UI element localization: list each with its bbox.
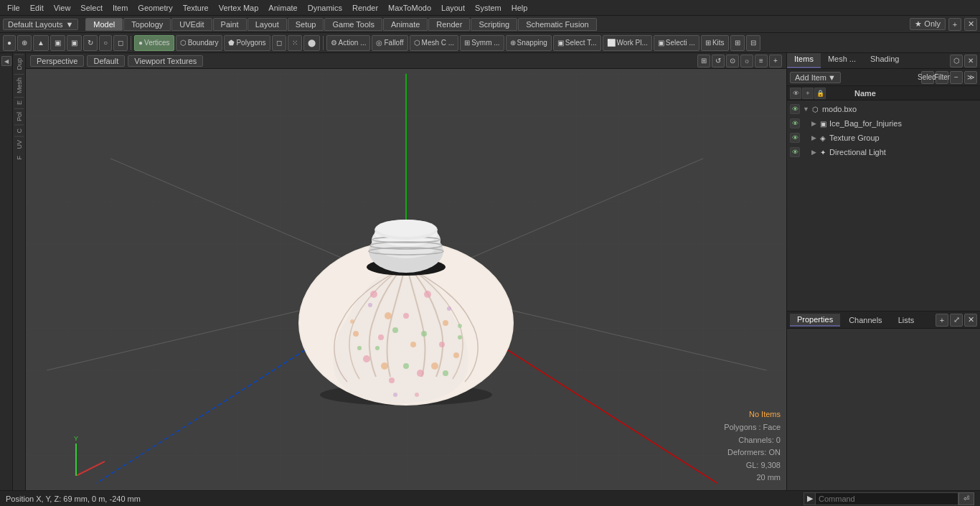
tool-label-f[interactable]: F (14, 153, 24, 163)
layout-dropdown[interactable]: Default Layouts ▼ (3, 19, 78, 30)
tool-label-uv[interactable]: UV (14, 136, 24, 152)
props-expand-button[interactable]: ⤢ (950, 314, 963, 327)
vp-tab-textures[interactable]: Viewport Textures (128, 55, 203, 67)
vp-menu-icon[interactable]: ≡ (755, 55, 768, 67)
menu-vertex-map[interactable]: Vertex Map (215, 2, 263, 14)
items-expand-btn[interactable]: ⬡ (950, 55, 963, 67)
command-go-button[interactable]: ⏎ (958, 492, 974, 505)
tool-label-poly[interactable]: Pol (14, 108, 24, 124)
menu-texture[interactable]: Texture (179, 2, 213, 14)
menu-render[interactable]: Render (348, 2, 382, 14)
tab-model[interactable]: Model (85, 18, 123, 31)
tool-rotate-btn[interactable]: ↻ (83, 35, 98, 51)
eye-dir-light[interactable]: 👁 (790, 147, 800, 157)
tool-label-mesh[interactable]: Mesh (14, 74, 24, 96)
work-pl-button[interactable]: ⬜ Work Pl... (603, 35, 652, 51)
tool-select1-btn[interactable]: ▣ (50, 35, 65, 51)
add-layout-button[interactable]: + (948, 18, 961, 31)
tool-tri-btn[interactable]: ▲ (33, 35, 49, 51)
menu-help[interactable]: Help (507, 2, 532, 14)
expand-modo-bxo[interactable]: ▼ (803, 106, 809, 113)
dots-btn[interactable]: ⁙ (288, 35, 302, 51)
command-input[interactable] (815, 492, 958, 505)
tab-uvedit[interactable]: UVEdit (171, 18, 212, 31)
vp-tab-perspective[interactable]: Perspective (30, 55, 84, 67)
tab-mesh[interactable]: Mesh ... (821, 53, 863, 68)
grid-view-button[interactable]: ⊞ (730, 35, 745, 51)
items-chevron-btn[interactable]: ≫ (964, 71, 977, 84)
command-arrow-icon[interactable]: ▶ (804, 492, 815, 505)
tab-render[interactable]: Render (428, 18, 470, 31)
tool-label-e[interactable]: E (14, 97, 24, 108)
tool-crosshair-btn[interactable]: ⊕ (17, 35, 32, 51)
menu-dynamics[interactable]: Dynamics (303, 2, 347, 14)
scene-view[interactable]: X Y Z No Items Polygons : Face Channels:… (26, 69, 786, 490)
add-item-col-icon[interactable]: + (802, 88, 814, 99)
tab-animate[interactable]: Animate (383, 18, 428, 31)
expand-texture-group[interactable]: ▶ (811, 134, 816, 141)
tab-scripting[interactable]: Scripting (471, 18, 517, 31)
tool-select2-btn[interactable]: ▣ (67, 35, 82, 51)
selecti-button[interactable]: ▣ Selecti ... (654, 35, 699, 51)
menu-edit[interactable]: Edit (26, 2, 48, 14)
tree-item-dir-light[interactable]: 👁 ▶ ✦ Directional Light (787, 145, 980, 159)
menu-view[interactable]: View (50, 2, 75, 14)
tab-items[interactable]: Items (787, 53, 821, 68)
menu-geometry[interactable]: Geometry (133, 2, 176, 14)
tree-item-texture-group[interactable]: 👁 ▶ ◈ Texture Group (787, 131, 980, 145)
eye-ice-bag[interactable]: 👁 (790, 118, 800, 128)
tab-paint[interactable]: Paint (213, 18, 247, 31)
tree-item-modo-bxo[interactable]: 👁 ▼ ⬡ modo.bxo (787, 102, 980, 116)
vp-fit-icon[interactable]: ⊞ (697, 55, 710, 67)
items-close-btn[interactable]: ✕ (964, 55, 977, 67)
menu-layout[interactable]: Layout (437, 2, 469, 14)
tab-game-tools[interactable]: Game Tools (324, 18, 382, 31)
select-t-button[interactable]: ▣ Select T... (553, 35, 601, 51)
add-item-button[interactable]: Add Item ▼ (790, 72, 841, 83)
tool-circle-btn[interactable]: ○ (99, 35, 112, 51)
tab-schematic-fusion[interactable]: Schematic Fusion (518, 18, 596, 31)
vertices-button[interactable]: ● Vertices (134, 35, 174, 51)
eye-texture-group[interactable]: 👁 (790, 133, 800, 143)
tool-label-dup[interactable]: Dup (14, 55, 24, 73)
symm-button[interactable]: ⊞ Symm ... (460, 35, 504, 51)
tab-channels[interactable]: Channels (842, 314, 889, 326)
minus-view-button[interactable]: ⊟ (746, 35, 760, 51)
menu-select[interactable]: Select (76, 2, 107, 14)
falloff-shape-btn[interactable]: ◻ (272, 35, 286, 51)
menu-animate[interactable]: Animate (264, 2, 301, 14)
select-items-button[interactable]: Select (921, 71, 934, 84)
props-close-button[interactable]: ✕ (964, 314, 977, 327)
filter-items-button[interactable]: Filter (936, 71, 948, 84)
tab-lists[interactable]: Lists (891, 314, 922, 326)
tree-item-ice-bag[interactable]: 👁 ▶ ▣ Ice_Bag_for_Injuries (787, 116, 980, 131)
tab-layout[interactable]: Layout (248, 18, 287, 31)
vp-look-icon[interactable]: ⊙ (726, 55, 739, 67)
falloff-button[interactable]: ◎ Falloff (372, 35, 407, 51)
menu-system[interactable]: System (471, 2, 506, 14)
eye-modo-bxo[interactable]: 👁 (790, 104, 800, 114)
tab-properties[interactable]: Properties (790, 314, 840, 327)
tool-mode-btn[interactable]: ● (3, 35, 16, 51)
kits-button[interactable]: ⊞ Kits (701, 35, 729, 51)
eye-col-icon[interactable]: 👁 (790, 88, 801, 99)
tab-topology[interactable]: Topology (123, 18, 171, 31)
menu-item[interactable]: Item (108, 2, 132, 14)
items-minus-btn[interactable]: − (950, 71, 963, 84)
tab-setup[interactable]: Setup (288, 18, 324, 31)
dot-btn[interactable]: ⬤ (303, 35, 320, 51)
meshc-button[interactable]: ⬡ Mesh C ... (410, 35, 459, 51)
menu-file[interactable]: File (3, 2, 24, 14)
lock-col-icon[interactable]: 🔒 (814, 88, 826, 99)
expand-ice-bag[interactable]: ▶ (811, 120, 816, 127)
sidebar-toggle-btn[interactable]: ◀ (1, 56, 11, 66)
viewport[interactable]: Perspective Default Viewport Textures ⊞ … (26, 53, 786, 490)
vp-add-icon[interactable]: + (769, 55, 782, 67)
action-button[interactable]: ⚙ Action ... (326, 35, 371, 51)
polygons-button[interactable]: ⬟ Polygons (224, 35, 270, 51)
tool-label-c[interactable]: C (14, 125, 24, 136)
props-add-button[interactable]: + (936, 314, 948, 327)
vp-tab-default[interactable]: Default (87, 55, 125, 67)
vp-orbit-icon[interactable]: ↺ (712, 55, 725, 67)
boundary-button[interactable]: ⬡ Boundary (176, 35, 223, 51)
